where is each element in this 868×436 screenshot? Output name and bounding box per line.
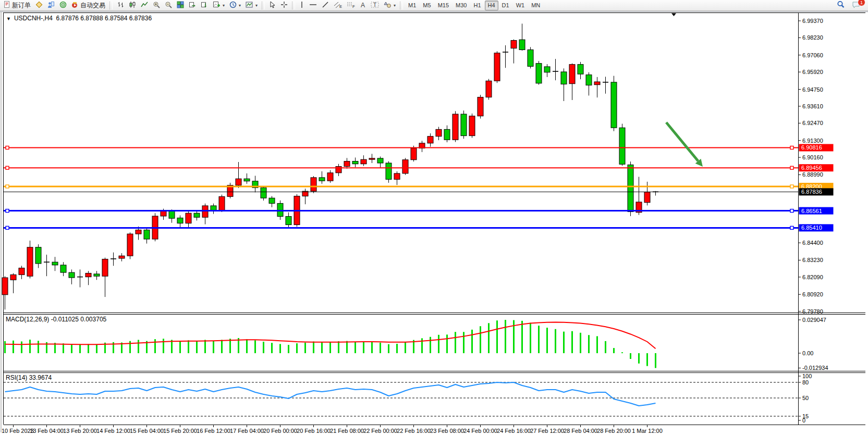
candle [302,189,308,204]
periods-button[interactable]: ▾ [227,0,243,10]
timeframe-w1-button[interactable]: W1 [513,1,528,10]
zoom-in-icon [153,1,160,10]
macd-tick-label: 0.029047 [802,317,826,323]
template-icon [246,1,253,10]
arrange-horizontal-icon [189,1,196,10]
chart-canvas[interactable]: 6.993706.982306.970606.959206.947506.936… [0,0,868,436]
price-tick-label: 6.93610 [802,103,823,109]
data-window-button[interactable] [57,0,69,10]
candle [60,262,66,276]
horizontal-line-tool-button[interactable] [307,0,319,10]
time-tick-label: 15 Feb 04:00 [130,428,164,434]
symbol-collapse-icon[interactable]: ▼ [6,16,11,21]
market-watch-button[interactable] [45,0,57,10]
tile-windows-icon [177,1,184,10]
price-tick-label: 6.90160 [802,154,823,160]
time-axis[interactable]: 10 Feb 202313 Feb 04:0013 Feb 20:0014 Fe… [2,425,663,434]
candle [186,211,191,228]
timeframe-m1-button[interactable]: M1 [405,1,419,10]
notifications-button[interactable]: 1 [850,0,862,10]
line-chart-icon [141,1,148,10]
line-chart-button[interactable] [139,0,150,10]
new-chart-dropdown-arrow: ▾ [223,3,225,8]
shapes-tool-button[interactable]: ▾ [382,0,398,10]
price-tick-label: 6.83230 [802,257,823,263]
timeframe-h4-button[interactable]: H4 [485,1,498,10]
search-icon [837,1,845,10]
metaeditor-button[interactable] [33,0,45,10]
candle [377,156,383,167]
new-chart-button[interactable]: ▾ [211,0,227,10]
candle [344,158,350,168]
vertical-line-tool-button[interactable] [297,0,307,10]
templates-dropdown-arrow: ▾ [255,3,258,8]
annotation-arrow[interactable] [666,122,698,161]
candle [286,213,291,228]
crosshair-button[interactable] [278,0,290,10]
arrange-horizontal-button[interactable] [187,0,198,10]
new-order-button[interactable]: 新订单 [2,0,33,10]
candle [52,257,58,271]
candle [444,126,450,142]
rsi-tick-label: 100 [802,373,812,379]
zoom-out-icon [165,1,172,10]
macd-tick-label: -0.012934 [802,365,828,371]
equidistant-channel-tool-button[interactable]: E [332,0,344,10]
time-tick-label: 22 Feb 00:00 [363,428,397,434]
ohlc-values: 6.87876 6.87888 6.87584 6.87836 [56,15,152,22]
candle [69,269,75,284]
arrange-vertical-icon [201,1,208,10]
timeframe-d1-button[interactable]: D1 [499,1,512,10]
candle [144,228,150,244]
time-tick-label: 14 Feb 12:00 [96,428,130,434]
zoom-out-button[interactable] [163,0,174,10]
timeframe-m30-button[interactable]: M30 [453,1,470,10]
svg-text:E: E [339,4,342,8]
level-lines[interactable] [4,146,798,229]
price-tick-label: 6.79780 [802,308,823,315]
toolbar-grip [109,2,113,9]
bar-chart-button[interactable] [115,0,126,10]
time-tick-label: 27 Feb 12:00 [530,428,564,434]
candle [211,204,216,214]
line-handle [790,226,793,229]
price-badge-label: 6.87836 [801,189,822,195]
timeframe-mn-button[interactable]: MN [528,1,543,10]
autotrading-button[interactable]: 自动交易 [69,0,107,10]
tile-windows-button[interactable] [175,0,186,10]
line-handle [790,166,793,169]
candle [269,196,275,207]
time-tick-label: 23 Feb 08:00 [430,428,464,434]
timeframe-h1-button[interactable]: H1 [470,1,484,10]
horizontal-line-icon [309,1,317,10]
time-tick-label: 28 Feb 20:00 [597,428,631,434]
arrange-vertical-button[interactable] [199,0,210,10]
timeframe-m5-button[interactable]: M5 [420,1,434,10]
zoom-in-button[interactable] [151,0,162,10]
candle [511,40,517,64]
text-label-tool-button[interactable]: T [369,0,381,10]
templates-button[interactable]: ▾ [243,0,260,10]
shapes-dropdown-arrow: ▾ [394,3,396,8]
fibonacci-icon: F [347,1,355,10]
candle [561,68,567,101]
cursor-button[interactable] [267,0,278,10]
candle [536,61,542,85]
time-tick-label: 13 Feb 04:00 [30,428,64,434]
candle [427,133,433,147]
price-tick-label: 6.84400 [802,240,823,246]
fibonacci-tool-button[interactable]: F [345,0,357,10]
trendline-tool-button[interactable] [320,0,331,10]
candle [478,95,483,119]
rsi-tick-label: 0 [802,417,805,423]
price-tick-label: 6.82090 [802,274,823,280]
toolbar-grip [400,2,403,9]
candle [236,162,241,188]
candle [586,72,592,96]
candle-chart-button[interactable] [127,0,138,10]
timeframe-m15-button[interactable]: M15 [435,1,452,10]
candle [111,253,116,266]
periods-dropdown-arrow: ▾ [239,3,241,8]
text-tool-button[interactable]: A [358,0,368,10]
search-button[interactable] [835,0,847,10]
